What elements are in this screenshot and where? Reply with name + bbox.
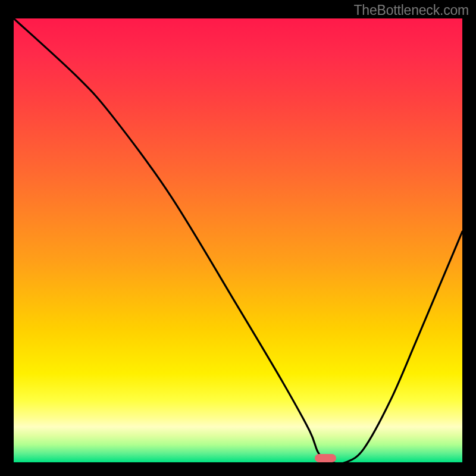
attribution-label: TheBottleneck.com (354, 2, 469, 18)
bottleneck-curve (14, 18, 462, 462)
optimal-point-marker (315, 454, 336, 462)
curve-layer (14, 18, 462, 462)
plot-area (14, 18, 462, 462)
chart-container: TheBottleneck.com (0, 0, 476, 476)
